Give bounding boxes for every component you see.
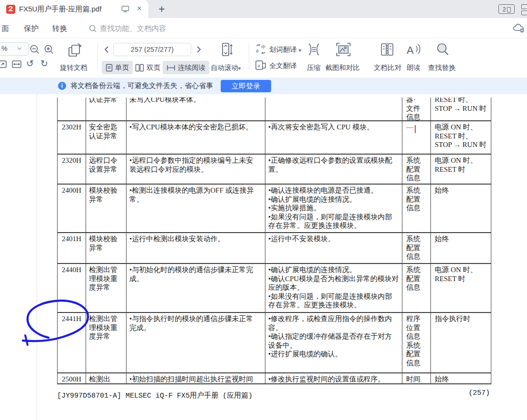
error-table: 认证异常未写入CPU模块本体。器· 文件 信息RESET 时、 STOP → R… xyxy=(57,98,491,384)
zoom-out-icon[interactable] xyxy=(29,44,40,55)
doc-compare-icon[interactable] xyxy=(380,42,394,57)
page-edge-line xyxy=(37,94,37,420)
login-button[interactable]: 立即登录 xyxy=(221,80,271,92)
continuous-read-button[interactable]: 连续阅读 xyxy=(163,61,209,74)
menu-page[interactable]: 面 xyxy=(1,24,9,34)
layout-panel-icon[interactable] xyxy=(521,4,527,17)
menu-protect[interactable]: 保护 xyxy=(24,24,39,34)
auto-scroll-label[interactable]: 自动滚动▾ xyxy=(211,63,241,72)
cell-cause: •与指令执行时的模块的通信步骤未正常 完成。 xyxy=(127,313,265,372)
cell-code: 2400H xyxy=(58,185,86,232)
rotate-ccw-icon[interactable]: ↺ xyxy=(26,58,34,69)
cell-timing: 电源 ON 时、 RESET 时、 STOP → RUN 时 xyxy=(431,121,491,154)
table-row: 2441H检测出管理模块重度异常•与指令执行时的模块的通信步骤未正常 完成。•修… xyxy=(58,313,491,373)
full-translate-label[interactable]: 全文翻译 xyxy=(269,61,297,70)
monitor-icon[interactable] xyxy=(121,5,129,13)
read-aloud-label[interactable]: 朗读 xyxy=(407,63,420,72)
cell-solution: •运行中不安装模块。 xyxy=(265,233,402,263)
find-replace-icon[interactable] xyxy=(436,42,450,57)
svg-text:a: a xyxy=(258,62,260,68)
fit-width-icon[interactable] xyxy=(11,59,22,69)
new-tab-button[interactable]: + xyxy=(155,1,168,17)
compress-label[interactable]: 压缩 xyxy=(307,63,321,72)
zoom-in-icon[interactable] xyxy=(44,44,54,55)
cell-solution: •确认连接模块的电源是否已接通。 •确认扩展电缆的连接情况。 •实施抗噪措施。 … xyxy=(265,185,402,232)
cell-timing: 始终 xyxy=(431,373,491,383)
cell-cause: •写入CPU模块本体的安全密匙已损坏。 xyxy=(127,121,265,154)
read-aloud-icon[interactable]: A xyxy=(406,42,422,57)
cell-cause: •运行中检测出模块安装动作。 xyxy=(127,233,265,263)
cell-timing: 指令执行时 xyxy=(431,313,491,372)
prev-page-icon[interactable] xyxy=(103,45,110,54)
screenshot-compare-label[interactable]: 截图和对比 xyxy=(325,63,360,72)
cell-diag: 系统 配置 信息 xyxy=(402,155,431,184)
page-footer-left: [JY997D58701-A] MELSEC iQ-F FX5用户手册 (应用篇… xyxy=(57,391,253,400)
cell-diag: 系统 配置 信息 xyxy=(402,185,431,232)
table-row: 2401H模块校验异常•运行中检测出模块安装动作。•运行中不安装模块。系统 配置… xyxy=(58,233,491,264)
table-row: 认证异常未写入CPU模块本体。器· 文件 信息RESET 时、 STOP → R… xyxy=(58,98,491,121)
cell-name: 检测出 xyxy=(86,373,127,383)
pdf-app-icon xyxy=(6,5,15,14)
toolbar-divider xyxy=(249,43,249,70)
single-page-button[interactable]: 单页 xyxy=(102,61,133,74)
screenshot-compare-icon[interactable] xyxy=(336,42,351,57)
table-row: 2500H检测出•初始扫描的扫描时间超出执行监视时间•修改执行监视时间的设置值或… xyxy=(58,373,491,384)
page-footer-right: (257) xyxy=(447,389,490,397)
cell-name: 模块校验异常 xyxy=(86,233,127,263)
cloud-sync-icon[interactable] xyxy=(513,22,526,34)
zoom-level-select[interactable]: % xyxy=(0,42,29,56)
next-page-icon[interactable] xyxy=(195,45,203,54)
cell-name: 远程口令设置异常 xyxy=(86,155,127,184)
text-cursor xyxy=(415,125,416,133)
cell-solution xyxy=(265,98,402,120)
cell-code: 2401H xyxy=(58,233,86,263)
toolbar-divider xyxy=(98,43,98,70)
cell-solution: •正确修改远程口令参数的设置或模块配 置。 xyxy=(265,155,402,184)
document-tab[interactable]: FX5U用户手册-应用篇.pdf × xyxy=(0,0,148,18)
cell-name: 模块校验异常 xyxy=(86,185,127,232)
rotate-document-label[interactable]: 旋转文档 xyxy=(60,63,88,72)
tab-bar: FX5U用户手册-应用篇.pdf × + 2 xyxy=(0,0,527,18)
doc-compare-label[interactable]: 文档比对 xyxy=(374,63,401,72)
cell-solution: •确认扩展电缆的连接情况。 •确认CPU模块是否为检测出异常的模块对 应的版本。… xyxy=(265,264,402,312)
continuous-read-icon xyxy=(166,64,176,71)
cell-cause: •远程口令参数中指定的模块编号上未安 装远程口令对应的模块。 xyxy=(127,155,265,184)
menu-bar: 面 保护 转换 查找功能、文档内容 xyxy=(0,18,527,38)
word-translate-icon[interactable]: a 中 xyxy=(255,43,267,55)
cell-timing: 电源 ON 时、 RESET 时 xyxy=(431,264,491,312)
search-input[interactable]: 查找功能、文档内容 xyxy=(100,24,166,34)
cell-diag: 系统 配置 信息 xyxy=(402,264,431,312)
cell-diag: — xyxy=(402,121,431,154)
cell-diag: 程序 位置 信息 系统 配置 信息 xyxy=(402,313,431,372)
auto-scroll-icon[interactable] xyxy=(220,41,234,58)
rotate-document-icon[interactable] xyxy=(66,42,83,59)
cell-cause: 未写入CPU模块本体。 xyxy=(127,98,265,120)
info-icon: i xyxy=(58,82,66,90)
full-translate-icon[interactable]: a xyxy=(255,59,267,71)
fit-page-icon[interactable] xyxy=(0,59,8,69)
cell-name: 安全密匙认证异常 xyxy=(86,121,127,154)
table-row: 2440H检测出管理模块重度异常•与初始化时的模块的通信步骤未正常完 成。•确认… xyxy=(58,264,491,313)
chevron-down-icon xyxy=(17,47,22,50)
pdf-page: 认证异常未写入CPU模块本体。器· 文件 信息RESET 时、 STOP → R… xyxy=(0,94,527,420)
word-translate-label[interactable]: 划词翻译 ▾ xyxy=(269,45,301,54)
rotate-cw-icon[interactable]: ↻ xyxy=(40,58,48,69)
cell-diag: 器· 文件 信息 xyxy=(402,98,431,120)
layout-mini-icon xyxy=(507,7,511,12)
cell-cause: •初始扫描的扫描时间超出执行监视时间 xyxy=(127,373,265,383)
search-icon[interactable] xyxy=(88,24,97,33)
tab-count-badge[interactable]: 2 xyxy=(498,4,515,14)
cell-timing: 电源 ON 时、 RESET 时 xyxy=(431,155,491,184)
cell-solution: •再次将安全密匙写入 CPU 模块。 xyxy=(265,121,402,154)
tab-title: FX5U用户手册-应用篇.pdf xyxy=(19,5,101,14)
compress-icon[interactable] xyxy=(307,43,321,56)
toolbar: % xyxy=(0,38,527,75)
cell-timing: 始终 xyxy=(431,185,491,232)
cell-code xyxy=(58,98,86,120)
cloud-backup-banner: i 将文档备份云端，可避免文件丢失，省心省事 立即登录 xyxy=(0,78,527,94)
find-replace-label[interactable]: 查找替换 xyxy=(428,63,456,72)
menu-convert[interactable]: 转换 xyxy=(52,24,67,34)
page-number-input[interactable]: 257 (257/277) xyxy=(113,43,191,56)
close-tab-icon[interactable]: × xyxy=(135,3,144,14)
cell-code: 2302H xyxy=(58,121,86,154)
